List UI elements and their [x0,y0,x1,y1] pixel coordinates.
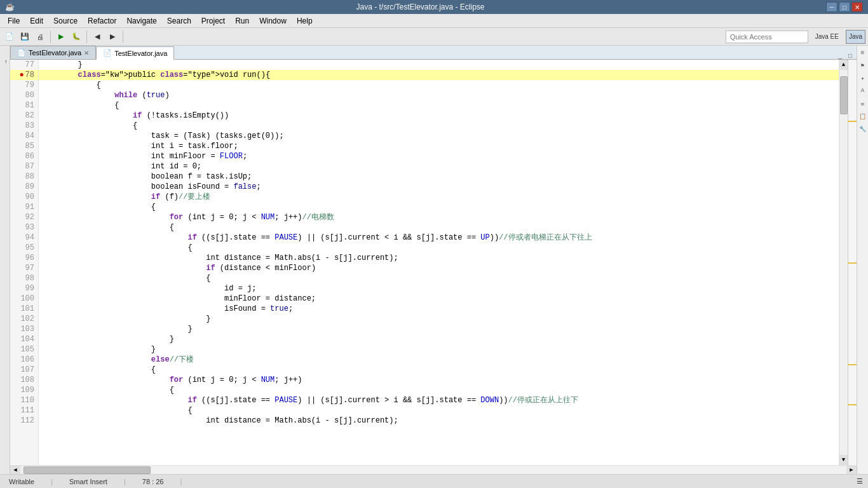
save-button[interactable]: 💾 [18,30,32,44]
title-bar: ☕ Java - t/src/TestElevator.java - Eclip… [0,0,868,14]
sidebar-icon-4[interactable]: A [857,85,869,97]
menu-navigate[interactable]: Navigate [121,15,161,27]
line-number-110: 110 [10,395,38,405]
line-number-80: 80 [10,90,38,100]
menu-run[interactable]: Run [230,15,254,27]
left-gutter: ⬅ [0,46,10,474]
scroll-down-btn[interactable]: ▼ [839,455,848,465]
maximize-button[interactable]: □ [839,2,850,12]
new-button[interactable]: 📄 [3,30,17,44]
code-line-94: if ((s[j].state == PAUSE) || (s[j].curre… [39,233,839,243]
run-button[interactable]: ▶ [54,30,68,44]
vertical-scrollbar[interactable]: ▲ ▼ [839,60,848,465]
scroll-up-btn[interactable]: ▲ [839,60,848,70]
line-number-83: 83 [10,121,38,131]
app-icon: ☕ [5,3,15,11]
tab-controls: _ □ [834,52,857,59]
sidebar-icon-3[interactable]: ✦ [857,72,869,84]
menu-source[interactable]: Source [48,15,83,27]
code-line-86: int minFloor = FLOOR; [39,151,839,161]
line-number-99: 99 [10,283,38,294]
window-controls: ─ □ ✕ [826,2,863,12]
line-number-90: 90 [10,192,38,202]
tab-minimize-btn[interactable]: _ [836,52,844,59]
line-number-94: 94 [10,233,38,243]
forward-button[interactable]: ▶ [105,30,119,44]
left-gutter-icon: ⬅ [2,60,8,63]
menu-edit[interactable]: Edit [25,15,48,27]
code-content[interactable]: } class="kw">public class="type">void ru… [39,60,839,465]
code-line-98: { [39,273,839,283]
status-sep-2: | [124,478,126,485]
code-line-109: { [39,385,839,395]
scroll-right-btn[interactable]: ▶ [846,466,857,474]
tab-restore-btn[interactable]: □ [846,52,854,59]
sidebar-tasks-icon[interactable]: ≡ [857,47,869,58]
sidebar-icon-6[interactable]: 📋 [857,111,869,122]
horizontal-scroll-area[interactable]: ◀ ▶ [10,465,857,474]
line-number-78: ●78 [10,70,38,80]
line-number-82: 82 [10,111,38,121]
scroll-left-btn[interactable]: ◀ [10,466,20,474]
status-sep-3: | [180,478,182,485]
menu-project[interactable]: Project [196,15,230,27]
code-line-95: { [39,243,839,253]
menu-search[interactable]: Search [162,15,196,27]
menu-window[interactable]: Window [254,15,292,27]
code-line-110: if ((s[j].state == PAUSE) || (s[j].curre… [39,395,839,405]
code-line-79: { [39,80,839,90]
line-number-112: 112 [10,416,38,426]
perspective-java[interactable]: Java [846,30,865,44]
scroll-thumb[interactable] [840,76,848,114]
code-container: 77●7879808182838485868788899091929394959… [10,60,857,465]
back-button[interactable]: ◀ [90,30,104,44]
debug-button[interactable]: 🐛 [69,30,83,44]
code-line-78: class="kw">public class="type">void run(… [39,70,839,80]
quick-access-input[interactable] [726,30,808,43]
scroll-track[interactable] [839,70,848,455]
minimize-button[interactable]: ─ [826,2,837,12]
main-area: ⬅ 📄 TestElevator.java ✕ 📄 TestElevator.j… [0,46,868,474]
line-number-106: 106 [10,355,38,365]
code-line-83: { [39,121,839,131]
status-writable: Writable [5,478,38,485]
code-line-85: int i = task.floor; [39,141,839,151]
menu-file[interactable]: File [3,15,25,27]
code-line-96: int distance = Math.abs(i - s[j].current… [39,253,839,263]
code-line-102: } [39,314,839,324]
tab-testelevator-2[interactable]: 📄 TestElevator.java [96,46,174,60]
perspective-java-ee[interactable]: Java EE [812,30,842,44]
ruler-mark-2 [848,262,857,264]
menu-help[interactable]: Help [292,15,318,27]
java-file-icon-2: 📄 [103,49,112,57]
code-line-93: { [39,222,839,233]
code-line-87: int id = 0; [39,161,839,172]
sidebar-icon-5[interactable]: ✉ [857,98,869,109]
code-line-111: { [39,405,839,416]
status-menu-btn[interactable]: ☰ [857,477,863,485]
close-button[interactable]: ✕ [851,2,863,12]
menu-refactor[interactable]: Refactor [83,15,121,27]
code-line-101: isFound = true; [39,304,839,314]
line-number-111: 111 [10,405,38,416]
line-number-79: 79 [10,80,38,90]
ruler-mark-3 [848,364,857,365]
tab-testelevator-1[interactable]: 📄 TestElevator.java ✕ [10,46,96,59]
sidebar-icon-2[interactable]: ⚑ [857,60,869,71]
line-number-84: 84 [10,131,38,141]
h-scroll-thumb[interactable] [24,466,151,474]
line-number-77: 77 [10,60,38,70]
right-sidebar: ≡ ⚑ ✦ A ✉ 📋 🔧 [857,46,868,474]
toolbar: 📄 💾 🖨 ▶ 🐛 ◀ ▶ Java EE Java [0,28,868,46]
sidebar-icon-7[interactable]: 🔧 [857,123,869,135]
status-sep-1: | [51,478,53,485]
line-number-102: 102 [10,314,38,324]
line-number-85: 85 [10,141,38,151]
line-numbers: 77●7879808182838485868788899091929394959… [10,60,39,465]
tab-close-1[interactable]: ✕ [84,50,89,57]
line-number-109: 109 [10,385,38,395]
h-scroll-track[interactable] [20,466,846,474]
print-button[interactable]: 🖨 [33,30,47,44]
line-number-92: 92 [10,212,38,222]
code-line-77: } [39,60,839,70]
